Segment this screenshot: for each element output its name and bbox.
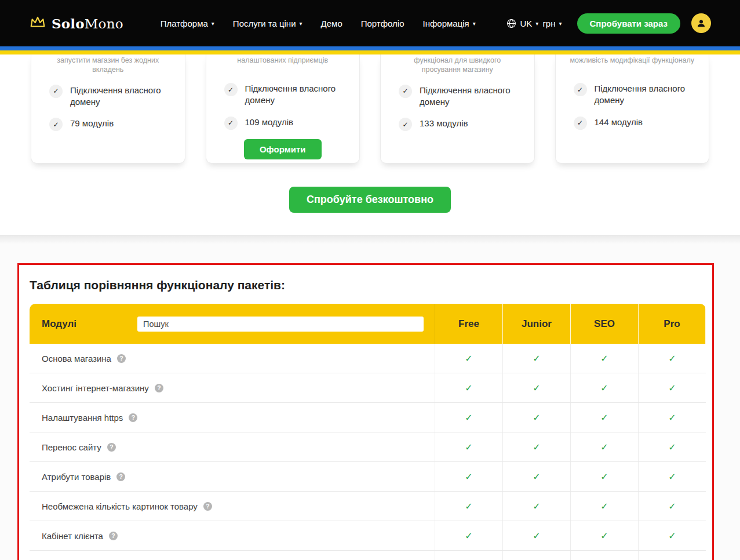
cell-seo: ✓ — [570, 492, 638, 521]
cell-seo: ✓ — [570, 344, 638, 373]
currency-selector[interactable]: грн ▾ — [542, 19, 562, 28]
check-icon: ✓ — [600, 353, 608, 364]
feature-text: Підключення власного домену — [245, 83, 349, 107]
module-name: Кабінет клієнта — [42, 531, 103, 541]
check-icon: ✓ — [574, 117, 587, 130]
cell-pro: ✓ — [638, 492, 706, 521]
account-avatar[interactable] — [691, 13, 711, 33]
chevron-down-icon: ▾ — [473, 21, 476, 27]
table-row: Кабінет клієнта ? ✓ ✓ ✓ ✓ — [30, 521, 706, 551]
help-icon[interactable]: ? — [155, 384, 163, 392]
cell-seo: ✓ — [570, 373, 638, 402]
cell-seo: ✓ — [570, 403, 638, 432]
check-icon: ✓ — [533, 501, 540, 512]
nav-item-information[interactable]: Інформація ▾ — [423, 19, 476, 28]
check-icon: ✓ — [399, 85, 412, 98]
table-row: Налаштування https ? ✓ ✓ ✓ ✓ — [30, 403, 706, 432]
check-icon: ✓ — [600, 383, 608, 394]
feature-text: Підключення власного домену — [595, 83, 699, 107]
logo-text: SoloMono — [52, 16, 123, 31]
flag-stripe-yellow — [0, 50, 740, 54]
nav-item-platform[interactable]: Платформа ▾ — [161, 19, 214, 28]
feature-text: 144 модулів — [595, 117, 643, 128]
help-icon[interactable]: ? — [117, 354, 126, 363]
check-icon: ✓ — [600, 501, 608, 512]
cell-seo: ✓ — [570, 462, 638, 491]
check-icon: ✓ — [465, 530, 472, 541]
cell-free: ✓ — [435, 403, 502, 432]
logo[interactable]: SoloMono — [29, 15, 123, 31]
check-icon: ✓ — [465, 383, 472, 394]
cell-junior: ✓ — [502, 521, 570, 550]
cell-junior: ✓ — [502, 492, 570, 521]
table-row: Необмежена кількість картинок товару ? ✓… — [30, 492, 706, 521]
table-row: Основа магазина ? ✓ ✓ ✓ ✓ — [30, 344, 706, 373]
plan-card-seo: функціонал для швидкого просування магаз… — [380, 54, 535, 163]
check-icon: ✓ — [533, 530, 540, 541]
table-row: Перенос сайту ? ✓ ✓ ✓ ✓ — [30, 432, 706, 462]
chevron-down-icon: ▾ — [300, 21, 302, 27]
cell-pro: ✓ — [638, 403, 706, 432]
check-icon: ✓ — [533, 442, 540, 453]
module-name: Атрибути товарів — [42, 472, 111, 482]
check-icon: ✓ — [465, 412, 472, 423]
nav-label: Платформа — [161, 19, 208, 28]
locale-controls: UK ▾ грн ▾ — [506, 19, 562, 28]
nav-label: Портфоліо — [361, 19, 404, 28]
pricing-cards: запустити магазин без жодних вкладень ✓ … — [0, 54, 740, 163]
nav-item-demo[interactable]: Демо — [321, 19, 342, 28]
check-icon: ✓ — [533, 412, 540, 423]
help-icon[interactable]: ? — [116, 472, 125, 481]
comparison-title: Таблиця порівняння функціоналу пакетів: — [30, 278, 706, 292]
column-header-junior: Junior — [502, 304, 570, 344]
help-icon[interactable]: ? — [129, 413, 137, 422]
column-header-free: Free — [435, 304, 502, 344]
highlighted-comparison-box: Таблиця порівняння функціоналу пакетів: … — [17, 263, 714, 560]
module-name: Основа магазина — [42, 354, 111, 363]
plan-card-junior: налаштованих підприємців ✓ Підключення в… — [206, 54, 360, 163]
language-selector[interactable]: UK ▾ — [520, 19, 539, 28]
modules-header-cell: Модулі — [30, 304, 435, 344]
check-icon: ✓ — [668, 471, 676, 482]
language-value: UK — [520, 19, 533, 28]
plan-card-pro: можливість модифікації функціоналу ✓ Під… — [555, 54, 710, 163]
help-icon[interactable]: ? — [203, 502, 212, 511]
cell-free: ✓ — [435, 344, 502, 373]
main-nav: Платформа ▾ Послуги та ціни ▾ Демо Портф… — [161, 19, 476, 28]
cell-pro: ✓ — [638, 344, 706, 373]
plan-tagline: функціонал для швидкого просування магаз… — [393, 56, 521, 75]
cell-junior: ✓ — [502, 344, 570, 373]
plan-feature: ✓ Підключення власного домену — [217, 83, 349, 107]
module-search-input[interactable] — [137, 317, 424, 332]
chevron-down-icon: ▾ — [559, 21, 562, 27]
cell-free: ✓ — [435, 462, 502, 491]
plan-card-free: запустити магазин без жодних вкладень ✓ … — [31, 54, 185, 163]
check-icon: ✓ — [533, 353, 540, 364]
plan-feature: ✓ 79 модулів — [42, 118, 174, 131]
cell-free: ✓ — [435, 492, 502, 521]
nav-item-portfolio[interactable]: Портфоліо — [361, 19, 404, 28]
plan-tagline: налаштованих підприємців — [217, 56, 349, 73]
check-icon: ✓ — [49, 85, 63, 98]
check-icon: ✓ — [465, 471, 472, 482]
cell-seo: ✓ — [570, 432, 638, 461]
help-icon[interactable]: ? — [109, 532, 118, 540]
cell-junior: ✓ — [502, 373, 570, 402]
try-free-button[interactable]: Спробуйте безкоштовно — [289, 187, 451, 213]
cell-pro: ✓ — [638, 462, 706, 491]
help-icon[interactable]: ? — [107, 443, 116, 452]
table-header-row: Модулі Free Junior SEO Pro — [30, 304, 706, 344]
check-icon: ✓ — [600, 442, 608, 453]
nav-item-services-prices[interactable]: Послуги та ціни ▾ — [233, 19, 302, 28]
plan-feature: ✓ Підключення власного домену — [566, 83, 699, 107]
top-navigation-bar: SoloMono Платформа ▾ Послуги та ціни ▾ Д… — [0, 0, 740, 46]
try-now-button[interactable]: Спробувати зараз — [577, 13, 680, 34]
table-row: Атрибути товарів ? ✓ ✓ ✓ ✓ — [30, 462, 706, 492]
nav-label: Інформація — [423, 19, 469, 28]
module-name: Хостинг інтернет-магазину — [42, 383, 149, 393]
plan-feature: ✓ Підключення власного домену — [42, 85, 174, 108]
cell-pro: ✓ — [638, 521, 706, 550]
check-icon: ✓ — [600, 530, 608, 541]
order-button[interactable]: Оформити — [244, 139, 322, 159]
plan-tagline: запустити магазин без жодних вкладень — [42, 56, 174, 75]
